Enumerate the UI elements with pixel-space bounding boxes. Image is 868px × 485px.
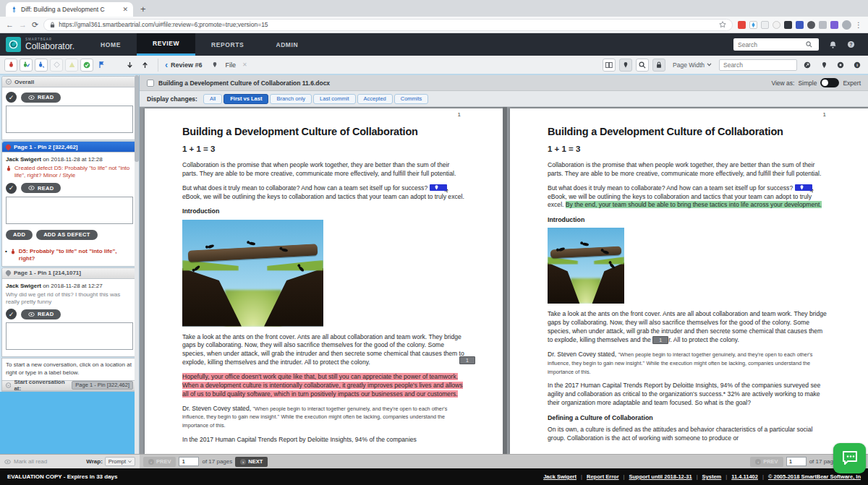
reload-icon[interactable]: ⟳ [32,20,38,30]
document-search-input[interactable] [719,59,797,71]
forward-icon[interactable]: → [19,20,27,29]
prev-page-button[interactable]: ‹PREV [143,457,176,467]
view-mode-toggle[interactable] [820,78,839,87]
bookmark-star-icon[interactable] [719,21,726,28]
next-change-down-icon[interactable] [123,59,136,72]
extension-icon[interactable] [830,21,838,29]
browser-profile-avatar[interactable] [842,20,851,30]
zoom-icon[interactable] [636,59,649,72]
page-width-select[interactable]: Page Width [669,60,715,70]
global-search-input[interactable] [738,41,803,48]
new-tab-button[interactable]: + [140,4,146,14]
address-bar[interactable]: https://gmal361.smartbeartrial.com/ui#fi… [43,19,733,31]
read-button[interactable]: READ [21,183,61,193]
collaborator-logo[interactable]: SMARTBEAR Collaborator. [0,33,85,56]
nav-item-admin[interactable]: ADMIN [260,33,314,56]
add-as-defect-button[interactable]: ADD AS DEFECT [36,230,97,240]
overall-comment-textarea[interactable] [6,106,133,133]
after-page[interactable]: 1 Building a Development Culture of Coll… [510,108,868,454]
next-page-button[interactable]: ›NEXT [235,457,268,467]
extension-icon[interactable] [761,21,769,29]
system-link[interactable]: System [702,473,722,480]
notifications-bell-icon[interactable] [829,40,837,49]
add-button[interactable]: ADD [6,230,33,240]
nav-item-reports[interactable]: REPORTS [195,33,260,56]
support-link[interactable]: Support until 2018-12-31 [629,473,692,480]
copyright-link[interactable]: © 2005-2018 SmartBear Software, In [768,473,861,480]
page-input[interactable] [786,457,807,466]
extension-icon[interactable] [738,21,746,29]
extension-icon[interactable] [784,21,792,29]
mark-read-check-icon[interactable]: ✓ [6,92,17,103]
lock-scroll-icon[interactable] [652,59,665,72]
report-error-link[interactable]: Report Error [587,473,619,480]
file-menu[interactable]: File [226,61,237,69]
flag-icon[interactable] [95,59,109,72]
start-conversation-bar[interactable]: Start conversation at: Page 1 - Pin [322… [2,380,137,391]
pin-1-marker[interactable]: 1 [459,356,475,364]
nav-item-review[interactable]: REVIEW [137,33,195,56]
option-first-vs-last[interactable]: First vs Last [224,94,268,104]
document-checkbox[interactable] [147,80,154,87]
close-file-icon[interactable]: ✕ [242,61,247,68]
defect-red-bug-icon[interactable] [4,59,17,72]
blue-bug-icon[interactable] [35,59,48,72]
pin-tool-icon[interactable] [619,59,632,72]
pin-2-marker[interactable] [795,184,812,191]
extension-icon[interactable] [773,21,780,29]
read-button[interactable]: READ [21,309,61,319]
accept-bug-icon[interactable] [20,59,33,72]
chat-button[interactable] [833,443,866,473]
pin1-comment-textarea[interactable] [6,322,133,350]
author-name[interactable]: Jack Swigert [6,283,41,289]
pin-2-marker[interactable] [430,184,447,191]
pin-1-marker[interactable]: 1 [652,336,668,344]
thread-pin2-header[interactable]: Page 1 - Pin 2 [322,462] [2,142,137,153]
prev-change-up-icon[interactable] [138,59,151,72]
option-commits[interactable]: Commits [394,94,429,104]
option-accepted[interactable]: Accepted [357,94,393,104]
option-all[interactable]: All [203,94,222,104]
layout-columns-icon[interactable] [603,59,616,72]
overall-header[interactable]: Overall [2,77,137,87]
pushpin-icon[interactable] [212,61,218,68]
diamond-icon[interactable] [50,59,63,72]
global-search[interactable] [733,38,819,51]
user-link[interactable]: Jack Swigert [543,473,576,480]
start-location-chip[interactable]: Page 1 - Pin [322,462] [72,381,133,390]
author-name[interactable]: Jack Swigert [6,156,41,163]
tab-close-icon[interactable]: ✕ [122,6,128,13]
mark-all-read-button[interactable]: Mark all read [4,458,47,465]
prev-page-button[interactable]: ‹PREV [750,457,783,467]
user-pin-icon[interactable] [817,59,830,72]
view-as-simple-label[interactable]: Simple [798,80,817,87]
extension-icon[interactable] [749,21,757,29]
extension-icon[interactable] [807,21,815,29]
settings-icon[interactable] [834,59,847,72]
back-to-review-link[interactable]: ‹ Review #6 [165,60,203,70]
defect-list-item[interactable]: • D5: Probably "to life" not "into life"… [2,246,137,266]
mark-read-check-icon[interactable]: ✓ [6,309,17,319]
option-last-commit[interactable]: Last commit [313,94,355,104]
pin2-comment-textarea[interactable] [6,197,133,224]
view-as-expert-label[interactable]: Expert [843,80,861,87]
extension-icon[interactable] [819,21,827,29]
warning-triangle-icon[interactable] [65,59,78,72]
thread-pin1-header[interactable]: Page 1 - Pin 1 [214,1071] [2,268,137,279]
help-icon[interactable]: ? [847,40,855,48]
info-icon[interactable]: i [851,59,864,72]
option-branch-only[interactable]: Branch only [270,94,312,104]
browser-menu-icon[interactable]: ⋮ [855,21,862,29]
back-icon[interactable]: ← [6,20,14,29]
wrap-select[interactable]: Prompt [105,457,135,466]
sidebar-scrollbar[interactable] [135,75,139,454]
before-page[interactable]: 1 Building a Development Culture of Coll… [145,108,503,454]
mark-read-check-icon[interactable]: ✓ [6,183,17,194]
extension-icon[interactable] [796,21,804,29]
external-link-icon[interactable] [801,59,814,72]
browser-tab[interactable]: Diff: Building a Development C ✕ [6,2,133,17]
nav-item-home[interactable]: HOME [85,33,137,56]
read-button[interactable]: READ [21,93,61,103]
approve-check-icon[interactable] [80,59,93,72]
page-input[interactable] [179,457,199,466]
